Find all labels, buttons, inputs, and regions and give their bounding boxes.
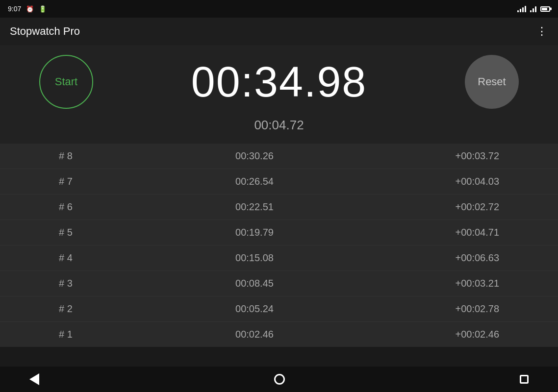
main-time-display: 00:34.98 — [93, 60, 465, 103]
lap-number: # 4 — [59, 252, 98, 264]
lap-time: 00:15.08 — [98, 252, 411, 264]
lap-time: 00:02.46 — [98, 329, 411, 340]
lap-row: # 700:26.54+00:04.03 — [0, 169, 558, 195]
app-title: Stopwatch Pro — [10, 25, 80, 38]
lap-row: # 300:08.45+00:03.21 — [0, 271, 558, 296]
lap-row: # 100:02.46+00:02.46 — [0, 322, 558, 347]
signal-icon — [517, 5, 526, 12]
status-bar: 9:07 ⏰ 🔋 — [0, 0, 558, 18]
lap-diff: +00:02.72 — [411, 201, 499, 213]
home-icon — [274, 374, 285, 385]
lap-row: # 500:19.79+00:04.71 — [0, 220, 558, 245]
home-button[interactable] — [274, 374, 285, 385]
wifi-icon — [530, 5, 536, 12]
clock-display: 9:07 — [8, 5, 21, 13]
lap-number: # 2 — [59, 303, 98, 315]
lap-diff: +00:04.03 — [411, 176, 499, 187]
lap-row: # 400:15.08+00:06.63 — [0, 245, 558, 271]
lap-number: # 8 — [59, 150, 98, 162]
recents-icon — [520, 375, 529, 384]
lap-time: 00:22.51 — [98, 201, 411, 213]
lap-number: # 6 — [59, 201, 98, 213]
lap-diff: +00:06.63 — [411, 252, 499, 264]
lap-diff: +00:02.78 — [411, 303, 499, 315]
more-options-icon[interactable]: ⋮ — [536, 26, 548, 37]
back-button[interactable] — [29, 373, 39, 385]
start-button[interactable]: Start — [39, 55, 93, 109]
alarm-icon: ⏰ — [26, 5, 34, 13]
lap-number: # 1 — [59, 329, 98, 340]
lap-number: # 5 — [59, 227, 98, 238]
reset-button[interactable]: Reset — [465, 55, 519, 109]
lap-time: 00:30.26 — [98, 150, 411, 162]
lap-diff: +00:03.72 — [411, 150, 499, 162]
lap-time: 00:08.45 — [98, 278, 411, 289]
app-bar: Stopwatch Pro ⋮ — [0, 18, 558, 45]
recents-button[interactable] — [520, 375, 529, 384]
stopwatch-section: Start 00:34.98 Reset 00:04.72 — [0, 45, 558, 144]
lap-list: # 800:30.26+00:03.72# 700:26.54+00:04.03… — [0, 144, 558, 347]
stopwatch-controls: Start 00:34.98 Reset — [0, 55, 558, 109]
lap-time: 00:26.54 — [98, 176, 411, 187]
lap-time: 00:05.24 — [98, 303, 411, 315]
lap-diff: +00:03.21 — [411, 278, 499, 289]
lap-row: # 800:30.26+00:03.72 — [0, 144, 558, 169]
status-icons — [517, 5, 550, 12]
lap-diff: +00:02.46 — [411, 329, 499, 340]
sub-time-display: 00:04.72 — [0, 114, 558, 139]
bottom-nav-bar — [0, 367, 558, 392]
lap-row: # 600:22.51+00:02.72 — [0, 195, 558, 220]
lap-diff: +00:04.71 — [411, 227, 499, 238]
back-icon — [29, 373, 39, 385]
lap-number: # 7 — [59, 176, 98, 187]
lap-time: 00:19.79 — [98, 227, 411, 238]
lap-row: # 200:05.24+00:02.78 — [0, 296, 558, 322]
status-time: 9:07 ⏰ 🔋 — [8, 5, 47, 13]
timer-display: 00:34.98 — [93, 60, 465, 103]
battery-icon — [540, 6, 550, 12]
battery-saver-icon: 🔋 — [39, 5, 47, 13]
lap-number: # 3 — [59, 278, 98, 289]
